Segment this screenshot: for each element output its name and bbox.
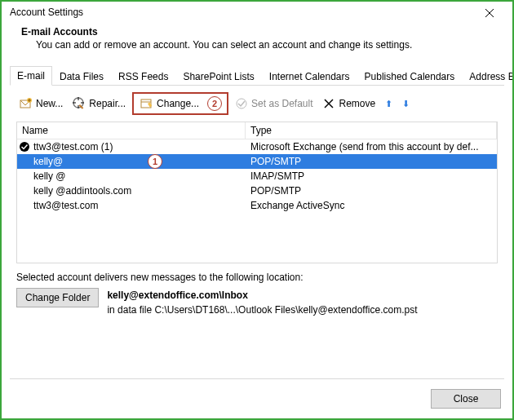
tab-internet-calendars[interactable]: Internet Calendars [262,67,357,86]
column-header-type[interactable]: Type [246,122,497,139]
change-button-label: Change... [157,98,199,109]
svg-point-15 [237,99,246,108]
table-row[interactable]: kelly @ IMAP/SMTP [17,169,497,183]
close-icon [485,8,494,18]
delivery-location-path: in data file C:\Users\DT168\...\Outlook … [107,304,417,316]
remove-icon [322,97,335,110]
toolbar: New... Repair... Change... 2 Set a [2,86,512,122]
window-close-button[interactable] [473,7,506,23]
tab-published-calendars[interactable]: Published Calendars [357,67,463,86]
tab-sharepoint-lists[interactable]: SharePoint Lists [175,67,261,86]
tab-email[interactable]: E-mail [10,66,52,86]
tabs-row: E-mail Data Files RSS Feeds SharePoint L… [10,65,504,86]
table-row[interactable]: kelly@ POP/SMTP 1 [17,154,497,169]
repair-icon [73,97,86,110]
header-block: E-mail Accounts You can add or remove an… [2,23,512,59]
account-name: ttw3@test.com (1) [17,141,246,153]
account-type: POP/SMTP [246,156,497,167]
callout-one-wrapper: 1 [148,154,162,169]
arrow-down-icon: ⬇ [402,99,410,109]
table-header: Name Type [17,122,497,139]
account-type: POP/SMTP [246,185,497,197]
change-icon [140,97,153,110]
tab-address-books[interactable]: Address Books [462,67,514,86]
table-row[interactable]: ttw3@test.com (1) Microsoft Exchange (se… [17,139,497,154]
table-row[interactable]: ttw3@test.com Exchange ActiveSync [17,198,497,213]
tab-data-files[interactable]: Data Files [52,67,111,86]
move-down-button[interactable]: ⬇ [399,97,413,111]
new-button-label: New... [36,98,63,109]
change-button[interactable]: Change... [137,95,202,112]
account-name: ttw3@test.com [17,200,246,211]
remove-button-label: Remove [339,98,375,109]
arrow-up-icon: ⬆ [385,99,392,109]
account-type: Microsoft Exchange (send from this accou… [246,141,497,153]
delivery-intro: Selected account delivers new messages t… [16,272,498,283]
svg-point-18 [20,142,29,152]
change-folder-button[interactable]: Change Folder [16,288,99,307]
table-body: ttw3@test.com (1) Microsoft Exchange (se… [17,139,497,213]
footer-separator [10,378,504,379]
header-subtitle: You can add or remove an account. You ca… [21,39,499,51]
table-row[interactable]: kelly @addintools.com POP/SMTP [17,183,497,198]
set-default-button-label: Set as Default [251,98,312,109]
new-mail-icon [20,97,33,110]
delivery-location-bold: kelly@extendoffice.com\Inbox [107,290,247,301]
account-name: kelly @addintools.com [17,185,246,197]
new-button[interactable]: New... [16,95,66,112]
tab-rss-feeds[interactable]: RSS Feeds [111,67,175,86]
accounts-table: Name Type ttw3@test.com (1) Microsoft Ex… [16,122,498,263]
repair-button-label: Repair... [89,98,126,109]
change-button-highlight: Change... 2 [132,92,228,115]
account-type: Exchange ActiveSync [246,200,497,211]
column-header-name[interactable]: Name [17,122,246,139]
move-up-button[interactable]: ⬆ [382,97,396,111]
account-type: IMAP/SMTP [246,170,497,182]
default-account-check-icon [19,141,30,155]
set-default-button[interactable]: Set as Default [232,95,316,112]
account-name: kelly@ [17,156,246,167]
callout-two: 2 [207,96,222,111]
check-circle-icon [235,97,248,110]
repair-button[interactable]: Repair... [69,95,129,112]
close-button[interactable]: Close [431,389,501,409]
account-name: kelly @ [17,170,246,182]
header-heading: E-mail Accounts [21,26,499,38]
callout-one: 1 [148,154,162,169]
titlebar: Account Settings [2,2,512,23]
remove-button[interactable]: Remove [319,95,379,112]
window-title: Account Settings [10,7,83,18]
delivery-location: kelly@extendoffice.com\Inbox in data fil… [107,288,417,317]
delivery-section: Selected account delivers new messages t… [2,263,512,317]
